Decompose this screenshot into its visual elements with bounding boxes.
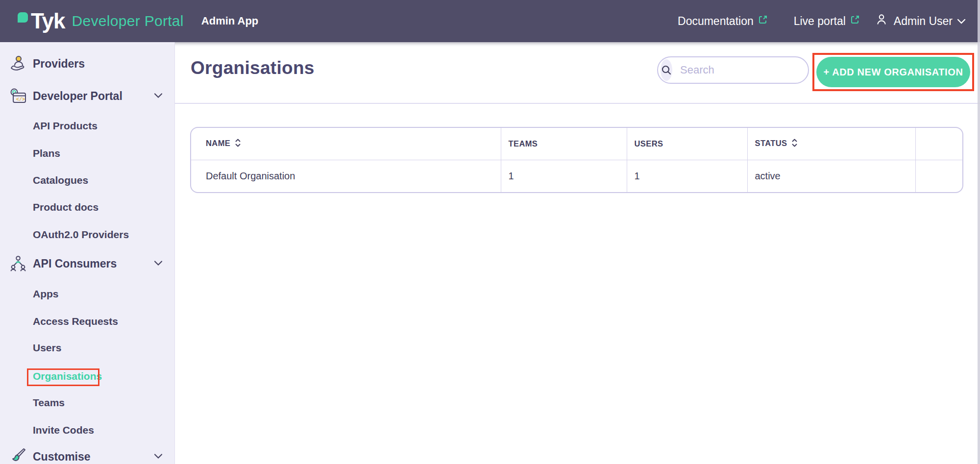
- tyk-leaf-icon: [16, 11, 29, 26]
- sidebar-item-api-products[interactable]: API Products: [0, 116, 175, 136]
- column-header-status[interactable]: STATUS: [747, 128, 915, 160]
- table-header-row: NAME TEAMS USERS STATUS: [191, 128, 963, 160]
- logo-text: Tyk: [31, 9, 65, 33]
- organisations-table: NAME TEAMS USERS STATUS: [190, 127, 963, 193]
- external-link-icon: [850, 14, 860, 28]
- chevron-down-icon[interactable]: [154, 92, 163, 100]
- page: Tyk Developer Portal Admin App Documenta…: [0, 0, 980, 464]
- brand[interactable]: Tyk Developer Portal: [16, 9, 184, 33]
- cell-status: active: [747, 160, 915, 192]
- user-menu[interactable]: Admin User: [875, 13, 966, 29]
- search-input[interactable]: [672, 64, 821, 76]
- column-header-actions: [915, 128, 963, 160]
- external-link-icon: [758, 14, 768, 28]
- sidebar-item-api-consumers[interactable]: API Consumers: [0, 254, 175, 273]
- sidebar-item-access-requests[interactable]: Access Requests: [0, 312, 175, 331]
- sidebar-item-invite-codes[interactable]: Invite Codes: [0, 420, 175, 440]
- column-header-name[interactable]: NAME: [191, 128, 501, 160]
- browser-code-icon: </>: [9, 87, 27, 105]
- svg-text:</>: </>: [16, 97, 25, 102]
- sidebar: Providers </> Developer Portal API Produ…: [0, 42, 175, 464]
- documentation-link[interactable]: Documentation: [678, 14, 768, 28]
- sidebar-item-developer-portal[interactable]: </> Developer Portal: [0, 86, 175, 106]
- sidebar-item-oauth-providers[interactable]: OAuth2.0 Providers: [0, 225, 175, 244]
- sidebar-item-catalogues[interactable]: Catalogues: [0, 171, 175, 190]
- column-header-teams: TEAMS: [501, 128, 627, 160]
- search-box: [657, 56, 809, 84]
- sidebar-item-providers[interactable]: Providers: [0, 54, 175, 73]
- paintbrush-icon: [9, 447, 27, 464]
- chevron-down-icon: [956, 15, 966, 28]
- app-name: Admin App: [201, 15, 259, 27]
- sidebar-item-product-docs[interactable]: Product docs: [0, 197, 175, 217]
- sort-arrows-icon: [235, 140, 241, 149]
- column-header-users: USERS: [627, 128, 747, 160]
- user-name: Admin User: [894, 15, 953, 28]
- search-icon: [661, 59, 672, 81]
- cell-teams: 1: [501, 160, 627, 192]
- people-network-icon: [9, 254, 27, 273]
- add-new-organisation-button[interactable]: + ADD NEW ORGANISATION: [816, 57, 970, 87]
- chevron-down-icon[interactable]: [154, 259, 163, 268]
- cell-users: 1: [627, 160, 747, 192]
- page-scrollbar[interactable]: [978, 0, 980, 464]
- sidebar-item-teams[interactable]: Teams: [0, 393, 175, 413]
- hand-person-icon: [9, 54, 27, 73]
- sidebar-item-users[interactable]: Users: [0, 338, 175, 358]
- cell-actions: [915, 160, 963, 192]
- top-bar: Tyk Developer Portal Admin App Documenta…: [0, 0, 980, 42]
- highlight-box-add-button: + ADD NEW ORGANISATION: [812, 53, 974, 91]
- header-divider: [175, 103, 980, 104]
- live-portal-link[interactable]: Live portal: [794, 14, 860, 28]
- cell-name: Default Organisation: [191, 160, 501, 192]
- chevron-down-icon[interactable]: [154, 452, 163, 461]
- sidebar-item-plans[interactable]: Plans: [0, 144, 175, 163]
- main-content: Organisations + ADD NEW ORGANISATION: [175, 42, 980, 464]
- person-icon: [875, 13, 888, 29]
- sidebar-item-apps[interactable]: Apps: [0, 284, 175, 304]
- page-title: Organisations: [191, 58, 315, 78]
- sidebar-item-customise[interactable]: Customise: [0, 447, 175, 464]
- logo-product: Developer Portal: [72, 13, 184, 29]
- sort-arrows-icon: [791, 140, 798, 149]
- table-row[interactable]: Default Organisation 1 1 active: [191, 160, 963, 192]
- sidebar-item-organisations[interactable]: Organisations: [0, 366, 175, 386]
